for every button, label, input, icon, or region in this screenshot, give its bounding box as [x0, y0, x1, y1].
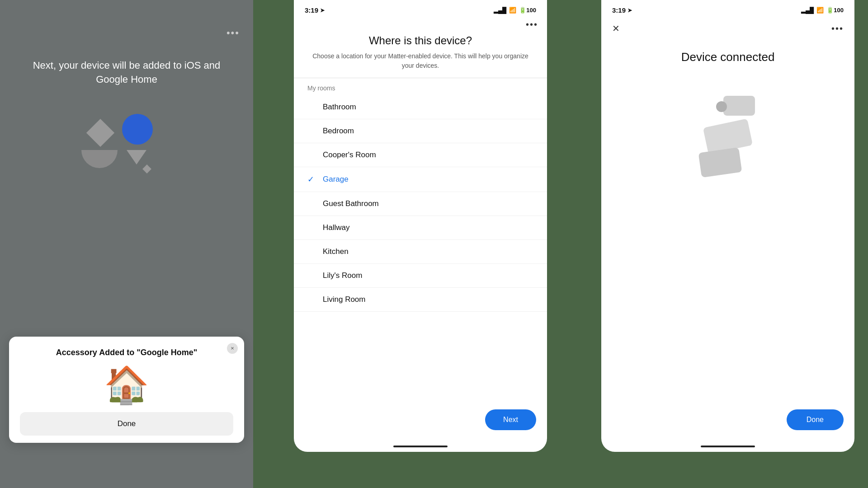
status-icons-3: ▂▄█ 📶 🔋100	[801, 7, 844, 14]
phone-frame-2: 3:19 ➤ ▂▄█ 📶 🔋100 ••• Where is this devi…	[294, 0, 547, 452]
home-indicator-3	[601, 441, 854, 452]
device-connected-title: Device connected	[681, 50, 775, 64]
panel-3-device-connected: 3:19 ➤ ▂▄█ 📶 🔋100 ✕ ••• Device connected	[588, 0, 868, 488]
phone-content-2: Where is this device? Choose a location …	[294, 34, 547, 402]
where-is-device-title: Where is this device?	[294, 34, 547, 47]
panel3-content: Device connected	[601, 37, 854, 402]
arrow-down-shape	[127, 150, 146, 164]
room-name-living: Living Room	[323, 295, 366, 304]
next-button[interactable]: Next	[485, 409, 536, 430]
phone-header-2: •••	[294, 17, 547, 34]
signal-icon-2: ▂▄█	[494, 7, 506, 14]
status-bar-2: 3:19 ➤ ▂▄█ 📶 🔋100	[294, 0, 547, 17]
room-item-bathroom[interactable]: Bathroom	[294, 95, 547, 119]
room-name-hallway: Hallway	[323, 223, 350, 232]
more-dots-2[interactable]: •••	[526, 19, 538, 30]
room-item-lilys-room[interactable]: Lily's Room	[294, 264, 547, 288]
time-text-2: 3:19	[305, 6, 318, 14]
switch-toggle	[716, 101, 727, 112]
room-name-coopers: Cooper's Room	[323, 150, 376, 160]
device-graphic	[683, 91, 773, 182]
room-name-lilys: Lily's Room	[323, 271, 362, 280]
room-item-living-room[interactable]: Living Room	[294, 288, 547, 312]
room-name-bathroom: Bathroom	[323, 103, 356, 112]
room-name-garage: Garage	[323, 175, 349, 184]
accessory-added-modal: × Accessory Added to "Google Home" 🏠 Don…	[9, 337, 244, 443]
nav-arrow-3: ➤	[627, 7, 632, 14]
wifi-icon-3: 📶	[816, 7, 824, 14]
home-bar-3	[701, 446, 755, 447]
panel1-title-text: Next, your device will be added to iOS a…	[0, 59, 253, 87]
room-item-garage[interactable]: ✓ Garage	[294, 167, 547, 192]
phone-frame-3: 3:19 ➤ ▂▄█ 📶 🔋100 ✕ ••• Device connected	[601, 0, 854, 452]
room-item-kitchen[interactable]: Kitchen	[294, 240, 547, 264]
battery-icon-2: 🔋100	[519, 7, 536, 14]
room-name-guest-bath: Guest Bathroom	[323, 199, 379, 208]
time-text-3: 3:19	[612, 6, 626, 14]
room-name-bedroom: Bedroom	[323, 127, 354, 136]
home-icon: 🏠	[20, 367, 233, 403]
phone-footer-2: Next	[294, 402, 547, 441]
modal-done-button[interactable]: Done	[20, 412, 233, 436]
more-dots-3[interactable]: •••	[831, 23, 844, 34]
rooms-label: My rooms	[294, 78, 547, 95]
room-item-coopers-room[interactable]: Cooper's Room	[294, 143, 547, 167]
modal-title: Accessory Added to "Google Home"	[20, 347, 233, 358]
room-item-bedroom[interactable]: Bedroom	[294, 119, 547, 143]
small-diamond-shape	[142, 164, 151, 174]
battery-icon-3: 🔋100	[826, 7, 844, 14]
status-icons-2: ▂▄█ 📶 🔋100	[494, 7, 536, 14]
panel3-footer: Done	[601, 402, 854, 441]
close-button-3[interactable]: ✕	[612, 23, 620, 34]
half-circle-left	[81, 150, 118, 168]
done-button-3[interactable]: Done	[787, 409, 844, 430]
status-bar-3: 3:19 ➤ ▂▄█ 📶 🔋100	[601, 0, 854, 17]
rooms-list[interactable]: Bathroom Bedroom Cooper's Room ✓ Garage …	[294, 95, 547, 402]
room-item-guest-bathroom[interactable]: Guest Bathroom	[294, 192, 547, 216]
panel1-graphic	[77, 105, 176, 186]
panel-1-ios-home: ••• Next, your device will be added to i…	[0, 0, 253, 488]
cable-piece-2	[698, 147, 742, 178]
modal-close-button[interactable]: ×	[227, 343, 238, 354]
status-time-3: 3:19 ➤	[612, 6, 632, 14]
panel-2-room-selection: 3:19 ➤ ▂▄█ 📶 🔋100 ••• Where is this devi…	[253, 0, 588, 488]
nav-arrow-2: ➤	[320, 7, 325, 14]
signal-icon-3: ▂▄█	[801, 7, 814, 14]
circle-shape	[122, 114, 153, 145]
panel1-more-dots[interactable]: •••	[226, 27, 240, 39]
home-indicator-2	[294, 441, 547, 452]
wifi-icon-2: 📶	[509, 7, 516, 14]
home-bar-2	[393, 446, 448, 447]
diamond-shape	[86, 118, 114, 146]
room-item-hallway[interactable]: Hallway	[294, 216, 547, 240]
switch-body	[723, 96, 755, 116]
status-time-2: 3:19 ➤	[305, 6, 325, 14]
check-garage: ✓	[307, 174, 316, 184]
room-name-kitchen: Kitchen	[323, 247, 349, 256]
where-is-device-subtitle: Choose a location for your Matter-enable…	[294, 52, 547, 70]
panel3-header: ✕ •••	[601, 17, 854, 37]
